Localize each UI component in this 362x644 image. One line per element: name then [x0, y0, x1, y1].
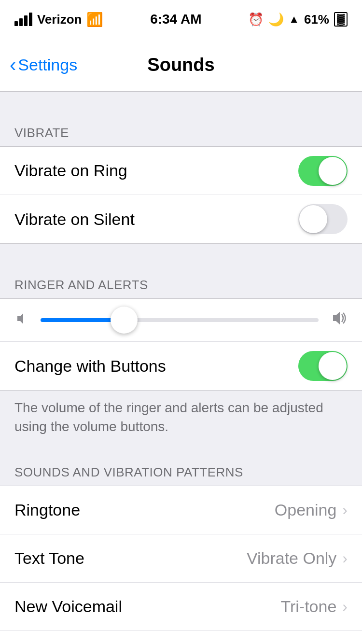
text-tone-label: Text Tone: [14, 549, 84, 568]
ringtone-label: Ringtone: [14, 501, 80, 519]
vibrate-on-ring-toggle[interactable]: [298, 156, 348, 186]
text-tone-chevron-icon: ›: [342, 549, 348, 567]
vibrate-on-ring-cell: Vibrate on Ring: [0, 147, 362, 195]
ringtone-chevron-icon: ›: [342, 501, 348, 519]
nav-bar: ‹ Settings Sounds: [0, 39, 362, 92]
vibrate-section-header: VIBRATE: [0, 111, 362, 146]
wifi-icon: 📶: [86, 12, 103, 28]
back-label: Settings: [18, 56, 77, 74]
ringtone-value: Opening: [275, 501, 337, 519]
status-time: 6:34 AM: [150, 12, 201, 27]
vibrate-on-silent-cell: Vibrate on Silent: [0, 195, 362, 243]
status-right: ⏰ 🌙 ▲ 61% ▓: [248, 12, 348, 27]
status-left: Verizon 📶: [14, 12, 103, 28]
text-tone-value: Vibrate Only: [247, 549, 336, 568]
volume-slider-cell: [0, 299, 362, 342]
signal-bars: [14, 13, 32, 26]
volume-low-icon: [14, 311, 29, 329]
new-voicemail-cell[interactable]: New Voicemail Tri-tone ›: [0, 583, 362, 631]
ringer-section-header: RINGER AND ALERTS: [0, 263, 362, 298]
vibrate-group: Vibrate on Ring Vibrate on Silent: [0, 146, 362, 244]
volume-slider[interactable]: [41, 318, 319, 322]
sounds-patterns-header: SOUNDS AND VIBRATION PATTERNS: [0, 450, 362, 486]
vibrate-on-silent-label: Vibrate on Silent: [14, 210, 135, 229]
text-tone-cell[interactable]: Text Tone Vibrate Only ›: [0, 534, 362, 583]
sounds-patterns-group: Ringtone Opening › Text Tone Vibrate Onl…: [0, 486, 362, 644]
battery-icon: ▓: [334, 12, 348, 27]
alarm-icon: ⏰: [248, 12, 264, 27]
text-tone-right: Vibrate Only ›: [247, 549, 348, 568]
volume-high-icon: [330, 309, 348, 331]
location-icon: ▲: [289, 13, 299, 26]
new-voicemail-label: New Voicemail: [14, 597, 122, 616]
svg-marker-1: [333, 312, 340, 324]
new-voicemail-chevron-icon: ›: [342, 598, 348, 616]
vibrate-on-silent-toggle[interactable]: [298, 204, 348, 234]
back-chevron-icon: ‹: [10, 54, 16, 76]
ringtone-right: Opening ›: [275, 501, 348, 519]
ringer-group: Change with Buttons: [0, 298, 362, 391]
spacer-vibrate: [0, 92, 362, 111]
change-with-buttons-knob: [319, 352, 347, 380]
change-with-buttons-toggle[interactable]: [298, 351, 348, 381]
change-with-buttons-cell: Change with Buttons: [0, 342, 362, 390]
battery-label: 61%: [304, 12, 329, 27]
moon-icon: 🌙: [268, 12, 284, 27]
new-voicemail-value: Tri-tone: [280, 597, 336, 616]
svg-marker-0: [17, 313, 23, 324]
change-with-buttons-label: Change with Buttons: [14, 357, 166, 376]
back-button[interactable]: ‹ Settings: [10, 54, 77, 76]
volume-slider-thumb[interactable]: [111, 307, 138, 334]
new-voicemail-right: Tri-tone ›: [280, 597, 348, 616]
vibrate-on-silent-knob: [299, 205, 327, 233]
status-bar: Verizon 📶 6:34 AM ⏰ 🌙 ▲ 61% ▓: [0, 0, 362, 39]
new-mail-cell[interactable]: New Mail None ›: [0, 631, 362, 644]
vibrate-on-ring-label: Vibrate on Ring: [14, 161, 127, 180]
spacer-ringer: [0, 244, 362, 263]
ringtone-cell[interactable]: Ringtone Opening ›: [0, 486, 362, 534]
page-title: Sounds: [147, 55, 214, 75]
ringer-footer-note: The volume of the ringer and alerts can …: [0, 391, 362, 450]
vibrate-on-ring-knob: [319, 157, 347, 185]
carrier-label: Verizon: [37, 12, 82, 27]
